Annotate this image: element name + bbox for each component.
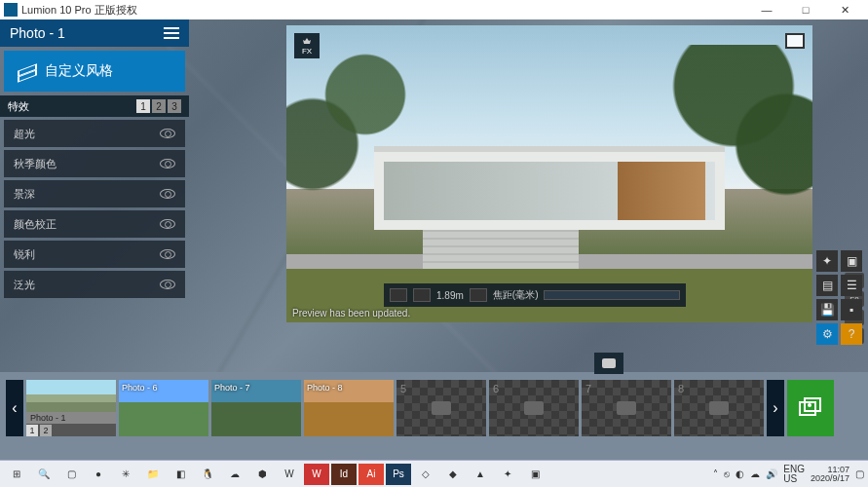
right-toolbar: ✦ ▣ ▤ ☰ 💾 ▪ ⚙ ? — [816, 250, 862, 345]
frame-icon[interactable] — [785, 33, 805, 49]
empty-photo-slot[interactable]: 8 — [674, 380, 764, 436]
tray-icon[interactable]: ☁ — [750, 468, 760, 479]
photo-header[interactable]: Photo - 1 — [0, 19, 189, 47]
empty-photo-slot[interactable]: 5 — [396, 380, 486, 436]
help-button[interactable]: ? — [841, 323, 862, 345]
effect-row[interactable]: 颜色校正 — [4, 210, 185, 238]
taskbar-app[interactable]: ● — [86, 464, 111, 485]
taskbar-app[interactable]: W — [304, 464, 329, 485]
effect-row[interactable]: 景深 — [4, 180, 185, 207]
taskbar-app[interactable]: 🐧 — [195, 464, 220, 485]
images-icon — [798, 397, 823, 419]
effects-page-2[interactable]: 2 — [152, 99, 166, 113]
taskbar-app[interactable]: Ai — [359, 464, 384, 485]
visibility-toggle-icon[interactable] — [160, 159, 175, 169]
next-thumbs-button[interactable]: › — [767, 380, 784, 436]
tray-icon[interactable]: ⎋ — [724, 468, 730, 479]
svg-point-2 — [808, 403, 811, 407]
effect-row[interactable]: 超光 — [4, 120, 185, 147]
taskbar-app[interactable]: ⬢ — [249, 464, 275, 485]
visibility-toggle-icon[interactable] — [160, 249, 175, 259]
distance-value: 1.89m — [436, 290, 464, 301]
dropdown-icon[interactable] — [470, 288, 487, 302]
photo-thumbnail-strip: ‹ Photo - 112Photo - 6Photo - 7Photo - 8… — [0, 372, 868, 460]
custom-style-button[interactable]: 自定义风格 — [4, 51, 185, 92]
photo-header-label: Photo - 1 — [10, 25, 65, 41]
effects-page-1[interactable]: 1 — [136, 99, 150, 113]
render-photo-button[interactable] — [787, 380, 834, 436]
empty-photo-slot[interactable]: 6 — [489, 380, 579, 436]
empty-photo-slot[interactable]: 7 — [582, 380, 671, 436]
app-icon — [4, 3, 18, 17]
effect-row[interactable]: 秋季颜色 — [4, 150, 185, 177]
maximize-button[interactable]: □ — [786, 4, 825, 16]
start-button[interactable]: ⊞ — [4, 464, 29, 485]
effect-row[interactable]: 锐利 — [4, 241, 185, 268]
photo-thumb[interactable]: Photo - 6 — [119, 380, 208, 436]
focus-label: 焦距(毫米) — [493, 288, 539, 302]
taskbar-app[interactable]: ▲ — [468, 464, 493, 485]
effects-panel: Photo - 1 自定义风格 特效 123 超光秋季颜色景深颜色校正锐利泛光 — [0, 19, 189, 372]
photo-thumb[interactable]: Photo - 8 — [304, 380, 394, 436]
taskbar-app[interactable]: W — [277, 464, 302, 485]
disk-tool-icon[interactable]: ▪ — [841, 299, 862, 320]
effect-label: 泛光 — [14, 278, 35, 292]
taskbar-app[interactable]: ◇ — [413, 464, 438, 485]
effects-label: 特效 — [8, 99, 29, 114]
tray-icon[interactable]: ◐ — [736, 468, 744, 479]
tray-icon[interactable]: 🔊 — [766, 468, 777, 479]
effect-row[interactable]: 泛光 — [4, 271, 185, 298]
taskbar-app[interactable]: ✳ — [113, 464, 138, 485]
visibility-toggle-icon[interactable] — [160, 280, 175, 289]
taskbar-app[interactable]: ☁ — [222, 464, 247, 485]
effect-label: 景深 — [14, 187, 35, 202]
effect-label: 超光 — [14, 127, 35, 141]
effect-label: 秋季颜色 — [14, 157, 57, 171]
effects-pagination[interactable]: 123 — [136, 99, 181, 113]
effect-label: 锐利 — [14, 247, 35, 262]
visibility-toggle-icon[interactable] — [160, 129, 175, 138]
status-text: Preview has been updated. — [292, 308, 410, 318]
camera-tool-icon[interactable]: ▣ — [841, 250, 862, 272]
system-tray[interactable]: ˄ ⎋ ◐ ☁ 🔊 ENG US 11:07 2020/9/17 ▢ — [713, 465, 864, 484]
lang-secondary: US — [783, 474, 805, 484]
save-tool-icon[interactable]: 💾 — [816, 299, 838, 320]
tray-chevron-icon[interactable]: ˄ — [713, 468, 718, 479]
taskbar-app[interactable]: ◧ — [168, 464, 193, 485]
taskbar-app[interactable]: 📁 — [140, 464, 166, 485]
photo-thumb[interactable] — [26, 380, 116, 412]
clock-date: 2020/9/17 — [811, 474, 849, 483]
windows-taskbar[interactable]: ⊞ 🔍 ▢ ● ✳ 📁 ◧ 🐧 ☁ ⬢ W W Id Ai Ps ◇ ◆ ▲ ✦… — [0, 460, 868, 487]
visibility-toggle-icon[interactable] — [160, 219, 175, 229]
fx-badge[interactable]: FX — [294, 33, 320, 58]
person-tool-icon[interactable]: ✦ — [816, 250, 838, 272]
taskbar-app[interactable]: ✦ — [495, 464, 520, 485]
render-viewport[interactable]: FX 1.89m 焦距(毫米) Preview has been updated… — [286, 25, 812, 322]
focus-slider[interactable] — [544, 290, 680, 300]
camera-toolbar[interactable]: 1.89m 焦距(毫米) — [384, 283, 686, 307]
movie-tool-icon[interactable]: ▤ — [816, 275, 838, 296]
close-button[interactable]: ✕ — [825, 4, 864, 17]
photo-thumb[interactable]: Photo - 7 — [211, 380, 301, 436]
taskview-icon[interactable]: ▢ — [58, 464, 84, 485]
taskbar-app[interactable]: ▣ — [522, 464, 547, 485]
taskbar-app[interactable]: ◆ — [440, 464, 466, 485]
search-icon[interactable]: 🔍 — [31, 464, 57, 485]
video-icon[interactable] — [413, 288, 431, 302]
scene-building — [374, 152, 725, 230]
viewport-area: FX 1.89m 焦距(毫米) Preview has been updated… — [189, 19, 868, 372]
camera-icon[interactable] — [390, 288, 407, 302]
visibility-toggle-icon[interactable] — [160, 189, 175, 199]
menu-icon[interactable] — [164, 27, 179, 39]
effects-page-3[interactable]: 3 — [168, 99, 181, 113]
style-label: 自定义风格 — [45, 62, 113, 80]
film-tool-icon[interactable]: ☰ — [841, 275, 862, 296]
taskbar-app[interactable]: Id — [331, 464, 357, 485]
prev-thumbs-button[interactable]: ‹ — [6, 380, 23, 436]
thumb-pages[interactable]: 12 — [26, 425, 116, 436]
notification-icon[interactable]: ▢ — [855, 468, 864, 479]
settings-button[interactable]: ⚙ — [816, 323, 838, 345]
lang-primary: ENG — [783, 465, 805, 474]
taskbar-app[interactable]: Ps — [386, 464, 411, 485]
minimize-button[interactable]: — — [747, 4, 786, 16]
